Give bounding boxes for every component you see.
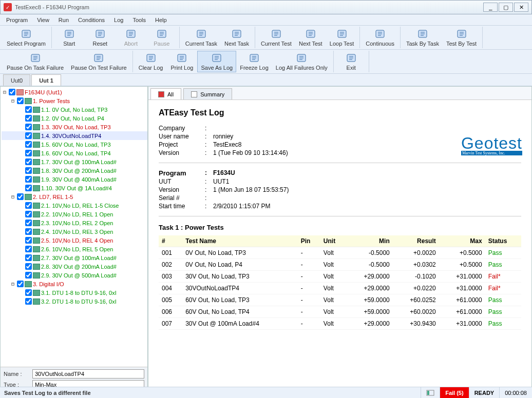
next-task-button[interactable]: Next Task	[221, 27, 253, 48]
tree-expander-icon[interactable]: ⊟	[10, 98, 16, 104]
clear-log-button[interactable]: Clear Log	[135, 51, 167, 72]
tree-node[interactable]: 2.7. 30V Out @ 100mA Load#	[2, 253, 147, 262]
tree-checkbox[interactable]	[25, 115, 32, 122]
tree-node[interactable]: 2.1. 10V,No LD, REL 1-5 Close	[2, 201, 147, 210]
tree-checkbox[interactable]	[25, 141, 32, 148]
test-by-test-button[interactable]: Test By Test	[443, 27, 480, 48]
log-all-failures-only-button[interactable]: Log All Failures Only	[272, 51, 331, 72]
save-as-log-button[interactable]: Save As Log	[197, 51, 236, 72]
results-cell: +61.0000	[439, 306, 485, 318]
tree-node-icon	[33, 229, 40, 235]
maximize-button[interactable]: ▢	[499, 3, 513, 12]
tree-checkbox[interactable]	[25, 176, 32, 183]
tree-node[interactable]: 1.10. 30V Out @ 1A Load#4	[2, 184, 147, 192]
pause-icon	[156, 28, 167, 39]
tree-checkbox[interactable]	[25, 124, 32, 130]
tree-checkbox[interactable]	[25, 289, 32, 296]
menu-run[interactable]: Run	[54, 16, 73, 24]
tree-node[interactable]: 3.2. DTU 1-8 to DTU 9-16, 0xI	[2, 297, 147, 306]
menu-program[interactable]: Program	[2, 16, 32, 24]
tree-checkbox[interactable]	[25, 167, 32, 174]
tree-node[interactable]: 1.1. 0V Out, No Load, TP3	[2, 105, 147, 114]
results-cell: 0V Out, No Load, P4	[182, 259, 297, 271]
uut-tab-uut0[interactable]: Uut0	[3, 74, 30, 86]
select-program-button[interactable]: Select Program	[3, 27, 49, 48]
tree-checkbox[interactable]	[25, 106, 32, 113]
menu-tools[interactable]: Tools	[128, 16, 150, 24]
log-tab-summary[interactable]: Summary	[183, 88, 232, 99]
tree-node[interactable]: 1.9. 30V Out @ 400mA Load#	[2, 175, 147, 184]
exit-button[interactable]: Exit	[336, 51, 367, 72]
tree-checkbox[interactable]	[9, 89, 15, 95]
tree-node[interactable]: 3.1. DTU 1-8 to DTU 9-16, 0xI	[2, 288, 147, 297]
tree-expander-icon[interactable]: ⊟	[2, 89, 8, 95]
tree-node[interactable]: 1.4. 30VOutNoLoadTP4	[2, 131, 147, 140]
tree-checkbox[interactable]	[25, 202, 32, 209]
continuous-button[interactable]: Continuous	[362, 27, 398, 48]
tree-checkbox[interactable]	[17, 281, 24, 287]
tree-node[interactable]: 1.3. 30V Out, No Load, TP3	[2, 123, 147, 131]
tree-expander-icon[interactable]: ⊟	[10, 281, 16, 287]
loop-test-button[interactable]: Loop Test	[326, 27, 358, 48]
tree-checkbox[interactable]	[25, 220, 32, 226]
tree-node[interactable]: 2.8. 30V Out @ 200mA Load#	[2, 262, 147, 271]
tree-node[interactable]: 2.6. 10V,No LD, REL 5 Open	[2, 245, 147, 253]
tree-checkbox[interactable]	[25, 272, 32, 278]
tree-checkbox[interactable]	[25, 263, 32, 270]
tree-checkbox[interactable]	[25, 150, 32, 156]
print-log-button[interactable]: Print Log	[166, 51, 197, 72]
tree-node[interactable]: 1.8. 30V Out @ 200mA Load#	[2, 166, 147, 175]
tree-node-icon	[33, 298, 40, 305]
menu-log[interactable]: Log	[110, 16, 127, 24]
menu-help[interactable]: Help	[151, 16, 171, 24]
current-task-button[interactable]: Current Task	[182, 27, 221, 48]
tree-node[interactable]: ⊟3. Digital I/O	[2, 280, 147, 288]
freeze-log-button[interactable]: Freeze Log	[236, 51, 272, 72]
tree-node[interactable]: 2.4. 10V,No LD, REL 3 Open	[2, 227, 147, 236]
toolbar-row-2: Pause On Task FailurePause On Test Failu…	[0, 50, 532, 74]
detail-name-label: Name :	[4, 371, 32, 377]
tree-checkbox[interactable]	[25, 158, 32, 165]
tree-checkbox[interactable]	[25, 254, 32, 261]
tree-node[interactable]: ⊟F1634U (Uut1)	[2, 88, 147, 96]
log-tab-all[interactable]: All	[150, 88, 181, 99]
tree-node[interactable]: 2.3. 10V,No LD, REL 2 Open	[2, 218, 147, 227]
current-test-button[interactable]: Current Test	[257, 27, 295, 48]
tree-node-label: 1.2. 0V Out, No Load, P4	[41, 115, 104, 122]
tree-checkbox[interactable]	[25, 228, 32, 235]
tree-checkbox[interactable]	[25, 211, 32, 217]
menu-conditions[interactable]: Conditions	[74, 16, 109, 24]
reset-button[interactable]: Reset	[85, 27, 116, 48]
tree-node[interactable]: 2.2. 10V,No LD, REL 1 Open	[2, 210, 147, 218]
tree-checkbox[interactable]	[17, 193, 24, 200]
tree-checkbox[interactable]	[25, 246, 32, 252]
minimize-button[interactable]: ⎯	[483, 3, 498, 12]
close-button[interactable]: ✕	[514, 3, 528, 12]
test-tree[interactable]: ⊟F1634U (Uut1)⊟1. Power Tests1.1. 0V Out…	[1, 87, 147, 367]
results-row: 00330V Out, No Load, TP3-Volt+29.0000-0.…	[159, 271, 521, 283]
tree-checkbox[interactable]	[25, 298, 32, 305]
tree-node-icon	[25, 194, 32, 200]
tree-checkbox[interactable]	[25, 185, 32, 191]
tree-expander-icon[interactable]: ⊟	[10, 194, 16, 200]
tree-node[interactable]: 1.7. 30V Out @ 100mA Load#	[2, 157, 147, 166]
tree-checkbox[interactable]	[25, 132, 32, 139]
menu-view[interactable]: View	[33, 16, 53, 24]
tree-checkbox[interactable]	[17, 97, 24, 104]
tree-node[interactable]: ⊟1. Power Tests	[2, 96, 147, 105]
log-body[interactable]: ATEasy Test Log Geotest Marvin Test Syst…	[148, 100, 531, 398]
tree-node[interactable]: 1.6. 60V Out, No Load, TP4	[2, 149, 147, 157]
tree-node[interactable]: 2.5. 10V,No LD, REL 4 Open	[2, 236, 147, 245]
tree-node[interactable]: 1.2. 0V Out, No Load, P4	[2, 114, 147, 123]
tree-checkbox[interactable]	[25, 237, 32, 244]
pause-on-test-failure-button[interactable]: Pause On Test Failure	[67, 51, 130, 72]
start-button[interactable]: Start	[54, 27, 85, 48]
tree-node[interactable]: 2.9. 30V Out @ 500mA Load#	[2, 271, 147, 280]
tree-node-icon	[33, 237, 40, 244]
tree-node[interactable]: 1.5. 60V Out, No Load, TP3	[2, 140, 147, 149]
task-by-task-button[interactable]: Task By Task	[403, 27, 443, 48]
uut-tab-uut1[interactable]: Uut 1	[31, 74, 61, 86]
pause-on-task-failure-button[interactable]: Pause On Task Failure	[3, 51, 67, 72]
tree-node[interactable]: ⊟2. LD7, REL 1-5	[2, 192, 147, 201]
next-test-button[interactable]: Next Test	[295, 27, 326, 48]
